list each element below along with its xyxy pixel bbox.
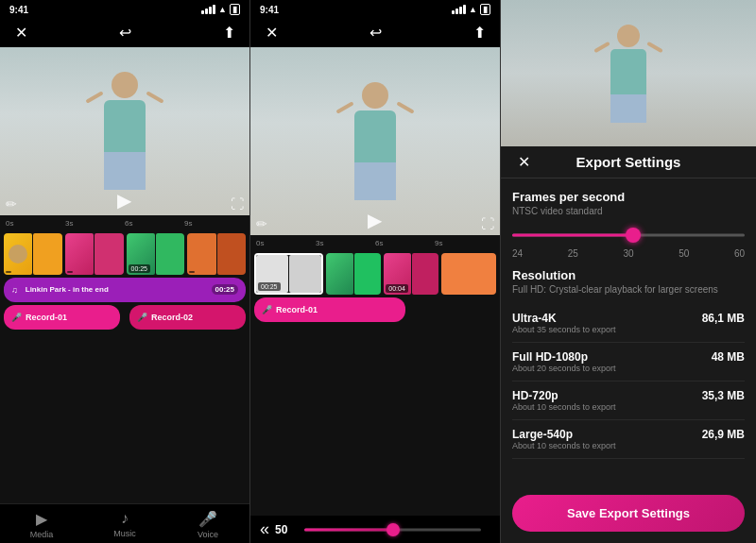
video-clip-2[interactable] <box>65 233 124 275</box>
volume-fill <box>304 528 392 531</box>
fps-lbl-24: 24 <box>512 248 523 259</box>
edit-icon-1[interactable]: ✏ <box>6 196 17 212</box>
time-1: 9:41 <box>9 5 28 15</box>
export-header: ✕ Export Settings <box>501 146 756 178</box>
undo-button-2[interactable]: ↩ <box>364 21 387 43</box>
video-clip-4[interactable] <box>187 233 246 275</box>
panel-1: 9:41 ▲ ▮ ✕ ↩ ⬆ <box>0 0 250 543</box>
ruler-mark-3s: 3s <box>65 219 125 228</box>
share-button-2[interactable]: ⬆ <box>468 21 490 43</box>
fps-slider[interactable] <box>512 226 745 245</box>
play-icon-1[interactable]: ▶ <box>117 189 131 212</box>
video-clip-2-3[interactable]: 00:04 <box>384 253 438 295</box>
nav-media[interactable]: ▶ Media <box>0 510 83 539</box>
clip-tracks-2: 00:25 00:04 <box>250 251 500 329</box>
ruler-mark-0s: 0s <box>6 219 65 228</box>
ruler-mark-9s: 9s <box>184 219 244 228</box>
fps-thumb[interactable] <box>626 228 641 243</box>
status-bar-2: 9:41 ▲ ▮ <box>250 0 500 17</box>
save-button-wrap: Save Export Settings <box>501 485 756 543</box>
volume-slider[interactable] <box>304 522 481 537</box>
voice-clip-1[interactable]: 🎤 Record-01 <box>4 305 120 330</box>
fps-lbl-30: 30 <box>623 248 633 259</box>
video-clip-2-2[interactable] <box>326 253 381 295</box>
save-export-button[interactable]: Save Export Settings <box>512 495 745 532</box>
res-desc-720: About 10 seconds to export <box>512 402 616 412</box>
export-close-button[interactable]: ✕ <box>512 151 535 174</box>
res-desc-1080: About 20 seconds to export <box>512 364 616 373</box>
export-title: Export Settings <box>576 154 681 170</box>
video-clip-1[interactable] <box>4 233 62 275</box>
close-button-1[interactable]: ✕ <box>9 21 32 43</box>
resolution-option-1080[interactable]: Full HD-1080p About 20 seconds to export… <box>512 343 745 382</box>
res-name-540: Large-540p <box>512 428 616 441</box>
voice-label-2-1: Record-01 <box>276 305 318 314</box>
status-bar-1: 9:41 ▲ ▮ <box>0 0 249 17</box>
video-clips-row-2: 00:25 00:04 <box>254 253 496 295</box>
video-area-2: ✏ ▶ ⛶ <box>250 47 500 235</box>
video-clip-2-1[interactable]: 00:25 <box>254 253 323 295</box>
fps-lbl-25: 25 <box>568 248 578 259</box>
export-body: Frames per second NTSC video standard 24… <box>501 178 756 485</box>
video-controls-1: ✏ ▶ ⛶ <box>0 185 249 215</box>
resolution-option-4k[interactable]: Ultra-4K About 35 seconds to export 86,1… <box>512 304 745 343</box>
nav-music[interactable]: ♪ Music <box>83 510 166 539</box>
wifi-icon-1: ▲ <box>218 5 227 14</box>
audio-row-2: 🎤 Record-01 <box>254 297 496 322</box>
mic-icon-1: 🎤 <box>11 313 22 322</box>
fps-section: Frames per second NTSC video standard 24… <box>512 190 745 259</box>
music-icon: ♪ <box>121 510 129 527</box>
volume-bar-area: « 50 <box>250 516 500 543</box>
audio-row-music: ♫ Linkin Park - in the end 00:25 <box>4 278 246 302</box>
time-2: 9:41 <box>260 5 279 15</box>
play-icon-2[interactable]: ▶ <box>368 209 382 231</box>
timeline-area-2: 0s 3s 6s 9s <box>250 235 500 251</box>
toolbar-2: ✕ ↩ ⬆ <box>250 17 500 47</box>
wifi-icon-2: ▲ <box>469 5 477 14</box>
clip-badge-2-1: 00:25 <box>258 282 281 291</box>
mic-icon-2: 🎤 <box>137 313 147 322</box>
music-label: Linkin Park - in the end <box>26 285 204 294</box>
voice-clip-2-1[interactable]: 🎤 Record-01 <box>254 297 405 322</box>
fps-lbl-50: 50 <box>679 248 689 259</box>
fullscreen-icon-1[interactable]: ⛶ <box>231 196 244 212</box>
fps-subtitle: NTSC video standard <box>512 206 745 216</box>
res-size-540: 26,9 MB <box>702 428 745 441</box>
res-name-1080: Full HD-1080p <box>512 350 616 364</box>
edit-icon-2[interactable]: ✏ <box>256 216 267 231</box>
fps-fill <box>512 234 633 237</box>
export-video-preview <box>501 0 756 146</box>
video-clips-row-1: 00:25 <box>4 233 246 275</box>
video-clip-2-4[interactable] <box>441 253 496 295</box>
res-desc-540: About 10 seconds to export <box>512 441 616 450</box>
volume-thumb[interactable] <box>387 523 400 536</box>
toolbar-1: ✕ ↩ ⬆ <box>0 17 249 47</box>
resolution-subtitle: Full HD: Crystal-clear playback for larg… <box>512 284 745 295</box>
timeline-ruler-1: 0s 3s 6s 9s <box>6 219 244 228</box>
ruler-mark-6s: 6s <box>125 219 184 228</box>
close-button-2[interactable]: ✕ <box>260 21 283 43</box>
fps-title: Frames per second <box>512 190 745 204</box>
resolution-option-720[interactable]: HD-720p About 10 seconds to export 35,3 … <box>512 382 745 420</box>
back-button[interactable]: « <box>260 519 269 539</box>
status-icons-2: ▲ ▮ <box>452 4 490 15</box>
battery-icon-1: ▮ <box>230 4 240 15</box>
nav-voice[interactable]: 🎤 Voice <box>166 510 249 539</box>
clip-badge-3: 00:25 <box>129 264 151 273</box>
music-clip[interactable]: ♫ Linkin Park - in the end 00:25 <box>4 278 246 302</box>
video-clip-3[interactable]: 00:25 <box>127 233 185 275</box>
music-label: Music <box>113 529 136 538</box>
voice-icon: 🎤 <box>198 510 217 528</box>
share-button-1[interactable]: ⬆ <box>217 21 240 43</box>
voice-clip-2[interactable]: 🎤 Record-02 <box>129 305 246 330</box>
fps-labels: 24 25 30 50 60 <box>512 248 745 259</box>
voice-label-1: Record-01 <box>26 313 67 322</box>
res-size-720: 35,3 MB <box>702 389 745 402</box>
audio-row-voices: 🎤 Record-01 🎤 Record-02 <box>4 305 246 330</box>
video-area-1: ✏ ▶ ⛶ <box>0 47 249 215</box>
person-figure-1 <box>104 72 146 190</box>
undo-button-1[interactable]: ↩ <box>113 21 136 43</box>
fullscreen-icon-2[interactable]: ⛶ <box>481 216 494 231</box>
clip-badge-4 <box>189 271 195 273</box>
resolution-option-540[interactable]: Large-540p About 10 seconds to export 26… <box>512 420 745 459</box>
